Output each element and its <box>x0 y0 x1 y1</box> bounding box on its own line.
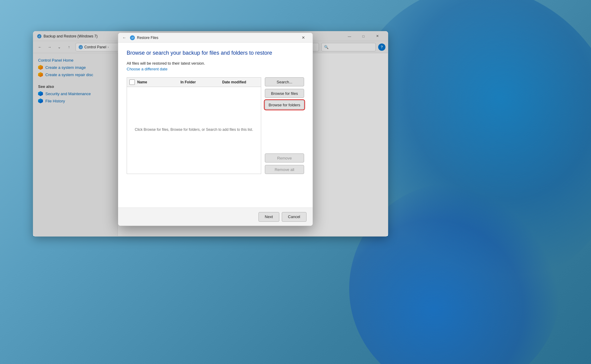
dialog-body: Browse or search your backup for files a… <box>118 43 313 208</box>
dialog-title-text: Restore Files <box>137 36 296 40</box>
file-list-header: Name In Folder Date modified <box>127 78 261 87</box>
remove-section: Remove Remove all <box>265 153 304 174</box>
col-date-header: Date modified <box>222 80 258 84</box>
dialog-footer: Next Cancel <box>118 208 313 226</box>
cancel-button[interactable]: Cancel <box>282 212 307 222</box>
remove-all-button[interactable]: Remove all <box>265 165 304 174</box>
file-list-empty-message: Click Browse for files, Browse for folde… <box>127 87 261 172</box>
spacer <box>265 112 304 151</box>
choose-date-link[interactable]: Choose a different date <box>127 67 304 71</box>
browse-folders-button[interactable]: Browse for folders <box>265 100 304 109</box>
file-list: Name In Folder Date modified Click Brows… <box>127 77 261 174</box>
browse-files-button[interactable]: Browse for files <box>265 89 304 98</box>
file-list-container: Name In Folder Date modified Click Brows… <box>127 77 304 174</box>
remove-button[interactable]: Remove <box>265 153 304 163</box>
dialog-subtitle: All files will be restored to their late… <box>127 61 304 66</box>
dialog-title-icon: ↺ <box>130 35 135 40</box>
svg-text:↺: ↺ <box>131 36 134 40</box>
restore-files-dialog: ← ↺ Restore Files ✕ Browse or search you… <box>118 33 313 226</box>
dialog-heading: Browse or search your backup for files a… <box>127 50 304 56</box>
dialog-back-button[interactable]: ← <box>121 34 128 41</box>
next-button[interactable]: Next <box>258 212 279 222</box>
col-name-header: Name <box>137 80 178 84</box>
dialog-title-bar: ← ↺ Restore Files ✕ <box>118 33 313 43</box>
select-all-checkbox[interactable] <box>129 79 135 85</box>
action-buttons-panel: Search... Browse for files Browse for fo… <box>265 77 304 174</box>
search-button[interactable]: Search... <box>265 77 304 86</box>
dialog-close-button[interactable]: ✕ <box>296 33 310 43</box>
col-folder-header: In Folder <box>180 80 220 84</box>
